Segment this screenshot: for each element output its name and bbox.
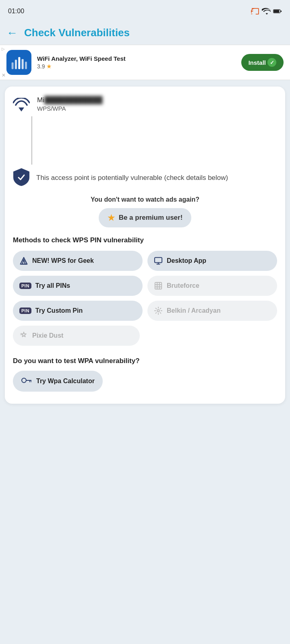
shield-icon (13, 168, 30, 186)
ad-banner: ▷ ✕ WiFi Analyzer, WiFi Speed Test 3.9 ★… (0, 45, 290, 80)
svg-rect-4 (12, 62, 14, 69)
wifi-analyzer-icon (9, 52, 29, 72)
network-type: WPS/WPA (37, 105, 103, 112)
svg-rect-8 (25, 62, 27, 69)
premium-section: You don't want to watch ads again? ★ Be … (13, 196, 277, 227)
ad-app-rating: 3.9 ★ (37, 63, 236, 70)
vulnerability-text: This access point is potentially vulnera… (36, 173, 228, 183)
network-name: Mi████████████ (37, 96, 103, 104)
wpa-section-title: Do you want to test WPA vulnerability? (13, 357, 277, 365)
svg-line-25 (160, 313, 161, 314)
svg-point-21 (157, 310, 160, 312)
battery-status-icon (273, 8, 282, 14)
status-bar: 01:00 (0, 0, 290, 21)
svg-line-23 (160, 308, 161, 309)
network-info: Mi████████████ WPS/WPA (13, 96, 277, 115)
back-button[interactable]: ← (6, 27, 18, 39)
wpa-calculator-label: Try Wpa Calculator (36, 378, 95, 385)
pixie-dust-label: Pixie Dust (32, 332, 63, 339)
pin-icon-2: PIN (19, 308, 31, 314)
install-button[interactable]: Install ✓ (241, 54, 284, 71)
install-chevron-icon: ✓ (267, 58, 276, 67)
rating-star-icon: ★ (46, 63, 52, 70)
try-custom-pin-label: Try Custom Pin (35, 307, 83, 314)
top-bar: ← Check Vulnerabilities (0, 21, 290, 45)
bruteforce-label: Bruteforce (167, 282, 199, 289)
try-custom-pin-button[interactable]: PIN Try Custom Pin (13, 301, 143, 321)
page-title: Check Vulnerabilities (24, 27, 130, 39)
premium-star-icon: ★ (108, 213, 115, 223)
methods-row-3: PIN Try Custom Pin (13, 301, 277, 321)
belkin-icon (154, 306, 163, 315)
svg-rect-7 (22, 59, 24, 69)
svg-rect-5 (15, 60, 17, 69)
svg-marker-9 (19, 107, 24, 111)
ad-top-label: ▷ (2, 47, 5, 51)
ad-app-info: WiFi Analyzer, WiFi Speed Test 3.9 ★ (37, 55, 236, 70)
methods-section: Methods to check WPS PIN vulnerability N… (13, 236, 277, 346)
premium-button[interactable]: ★ Be a premium user! (99, 208, 192, 227)
wifi-network-icon (13, 98, 30, 113)
shield-icon-wrap (13, 168, 30, 188)
monitor-icon (154, 257, 163, 265)
ad-close-label[interactable]: ✕ (2, 72, 6, 78)
methods-grid: NEW! WPS for Geek Desktop App (13, 251, 277, 346)
try-all-pins-button[interactable]: PIN Try all PINs (13, 276, 143, 296)
try-all-pins-label: Try all PINs (35, 282, 70, 289)
pin-icon-1: PIN (19, 283, 31, 289)
sparkles-icon (19, 331, 28, 340)
mountain-icon (19, 256, 28, 265)
svg-rect-6 (18, 57, 20, 69)
network-details: Mi████████████ WPS/WPA (37, 96, 103, 112)
methods-row-4: Pixie Dust (13, 326, 277, 346)
svg-rect-13 (155, 258, 162, 263)
premium-button-label: Be a premium user! (119, 214, 183, 222)
network-name-blurred: ████████████ (44, 96, 103, 104)
svg-line-27 (156, 313, 157, 314)
svg-rect-2 (281, 10, 282, 12)
desktop-app-button[interactable]: Desktop App (147, 251, 277, 271)
belkin-arcadyan-button: Belkin / Arcadyan (147, 301, 277, 321)
pixie-dust-button: Pixie Dust (13, 326, 140, 346)
no-ads-text: You don't want to watch ads again? (13, 196, 277, 203)
divider-line (31, 116, 32, 165)
wifi-icon-wrap (13, 96, 30, 115)
wps-geek-button[interactable]: NEW! WPS for Geek (13, 251, 143, 271)
wpa-section: Do you want to test WPA vulnerability? T… (13, 357, 277, 392)
vulnerability-notice: This access point is potentially vulnera… (13, 168, 277, 188)
wps-geek-label: NEW! WPS for Geek (32, 257, 94, 264)
cast-icon (251, 8, 259, 15)
desktop-app-label: Desktop App (167, 257, 206, 264)
status-icons (251, 8, 282, 15)
wpa-calculator-button[interactable]: Try Wpa Calculator (13, 371, 103, 392)
belkin-arcadyan-label: Belkin / Arcadyan (167, 307, 221, 314)
status-time: 01:00 (8, 8, 24, 15)
bruteforce-icon (154, 281, 163, 290)
key-icon (21, 376, 31, 386)
svg-rect-1 (274, 10, 280, 13)
wifi-status-icon (262, 8, 271, 15)
methods-section-title: Methods to check WPS PIN vulnerability (13, 236, 277, 244)
svg-point-30 (22, 378, 26, 383)
ad-app-name: WiFi Analyzer, WiFi Speed Test (37, 55, 236, 62)
bruteforce-button: Bruteforce (147, 276, 277, 296)
svg-rect-16 (155, 283, 162, 289)
methods-row-2: PIN Try all PINs Bruteforce (13, 276, 277, 296)
main-card: Mi████████████ WPS/WPA This access point… (5, 87, 285, 404)
svg-line-29 (156, 308, 157, 309)
methods-row-1: NEW! WPS for Geek Desktop App (13, 251, 277, 271)
ad-app-icon (6, 50, 31, 75)
